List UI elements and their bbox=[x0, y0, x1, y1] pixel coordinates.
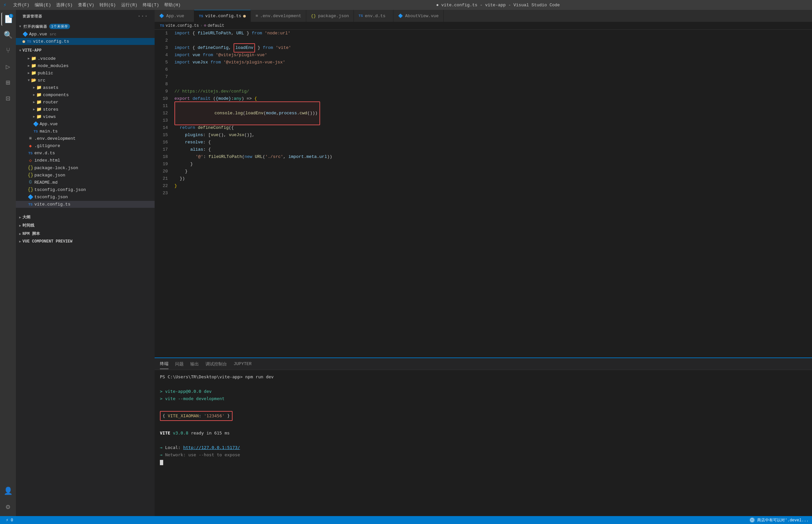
tree-item-views[interactable]: ▶ 📁 views bbox=[16, 113, 154, 120]
code-editor[interactable]: 12345 678910 1112131415 1617181920 21222… bbox=[154, 30, 812, 358]
code-line-8 bbox=[175, 81, 809, 88]
folder-chevron: ▶ bbox=[28, 71, 30, 75]
tab-viteconfig[interactable]: TS vite.config.ts bbox=[194, 10, 251, 22]
tree-item-router[interactable]: ▶ 📁 router bbox=[16, 98, 154, 106]
menu-help[interactable]: 帮助(H) bbox=[164, 2, 180, 8]
sidebar-actions[interactable]: ··· bbox=[137, 13, 148, 19]
tree-item-tsconfigjson[interactable]: 🔷 tsconfig.json bbox=[16, 193, 154, 201]
status-remote[interactable]: ⚡ 0 bbox=[3, 518, 16, 523]
activity-extensions[interactable]: ⊞ bbox=[1, 76, 15, 89]
terminal-prompt: PS C:\Users\TR\Desktop\vite-app> npm run… bbox=[160, 373, 807, 381]
activity-search[interactable]: 🔍 bbox=[1, 29, 15, 42]
tree-item-viteconfig[interactable]: TS vite.config.ts bbox=[16, 201, 154, 208]
ts-icon: TS bbox=[27, 40, 32, 44]
activity-account[interactable]: 👤 bbox=[1, 484, 15, 497]
tree-item-src[interactable]: ▼ 📂 src bbox=[16, 77, 154, 84]
menu-edit[interactable]: 编辑(E) bbox=[35, 2, 51, 8]
sidebar: 资源管理器 ··· ▼ 打开的编辑器 1个未保存 🔷 App.vue src T… bbox=[16, 10, 154, 516]
tree-item-vscode[interactable]: ▶ 📁 .vscode bbox=[16, 55, 154, 62]
tree-item-maints[interactable]: TS main.ts bbox=[16, 128, 154, 135]
code-line-2 bbox=[175, 37, 809, 44]
terminal-tab-problems[interactable]: 问题 bbox=[175, 359, 184, 369]
tab-viteconfig-ts-icon: TS bbox=[199, 14, 203, 18]
open-editors-label: 打开的编辑器 bbox=[23, 24, 47, 29]
tree-item-appvue[interactable]: 🔷 App.vue bbox=[16, 120, 154, 128]
terminal-local: → Local: http://127.0.0.1:5173/ bbox=[160, 444, 807, 451]
menu-view[interactable]: 查看(V) bbox=[78, 2, 94, 8]
activity-settings[interactable]: ⚙ bbox=[1, 500, 15, 513]
folder-chevron: ▶ bbox=[33, 108, 35, 111]
folder-icon: 📁 bbox=[31, 63, 36, 68]
tree-item-router-label: router bbox=[43, 100, 59, 105]
activity-source-control[interactable]: ⑂ bbox=[1, 44, 15, 58]
line-numbers: 12345 678910 1112131415 1617181920 21222… bbox=[154, 30, 171, 358]
terminal-tab-debug[interactable]: 调试控制台 bbox=[205, 359, 227, 369]
tree-item-tsconfig-config[interactable]: {} tsconfig.config.json bbox=[16, 186, 154, 193]
tab-appvue[interactable]: 🔷 App.vue bbox=[154, 10, 194, 22]
tab-pkg-icon: {} bbox=[311, 14, 316, 18]
tree-item-components[interactable]: ▶ 📁 components bbox=[16, 91, 154, 98]
tree-item-envdts[interactable]: TS env.d.ts bbox=[16, 150, 154, 157]
terminal-tab-terminal[interactable]: 终端 bbox=[160, 359, 168, 369]
sidebar-section-npm[interactable]: ▶ NPM 脚本 bbox=[16, 230, 154, 238]
terminal-vite-ready: VITE v3.0.8 ready in 615 ms bbox=[160, 429, 807, 437]
tab-aboutview[interactable]: 🔷 AboutView.vue bbox=[394, 10, 443, 22]
tree-item-packagejson[interactable]: {} package.json bbox=[16, 171, 154, 179]
tree-item-public[interactable]: ▶ 📁 public bbox=[16, 69, 154, 77]
folder-chevron: ▶ bbox=[33, 93, 35, 97]
tree-item-stores[interactable]: ▶ 📁 stores bbox=[16, 106, 154, 113]
sidebar-section-timeline[interactable]: ▶ 时间线 bbox=[16, 222, 154, 230]
sidebar-section-outline[interactable]: ▶ 大纲 bbox=[16, 213, 154, 222]
json-icon2: {} bbox=[28, 173, 33, 178]
tab-envdts[interactable]: TS env.d.ts bbox=[354, 10, 394, 22]
tree-item-assets[interactable]: ▶ 📁 assets bbox=[16, 84, 154, 91]
terminal-local-link[interactable]: http://127.0.0.1:5173/ bbox=[183, 445, 240, 450]
tree-item-views-label: views bbox=[43, 114, 56, 119]
tree-item-env-dev[interactable]: ≡ .env.development bbox=[16, 135, 154, 142]
activity-explorer[interactable]: 📄 1 bbox=[1, 13, 15, 26]
breadcrumb-circle-icon: ⊙ bbox=[204, 23, 206, 28]
timeline-chevron: ▶ bbox=[19, 224, 21, 228]
menu-run[interactable]: 运行(R) bbox=[121, 2, 137, 8]
tab-env-label: .env.development bbox=[260, 14, 301, 18]
window-title: ● vite.config.ts - vite-app - Visual Stu… bbox=[187, 3, 809, 7]
folder-chevron: ▶ bbox=[33, 115, 35, 119]
menu-terminal[interactable]: 终端(T) bbox=[143, 2, 159, 8]
menu-file[interactable]: 文件(F) bbox=[13, 2, 29, 8]
tab-packagejson[interactable]: {} package.json bbox=[306, 10, 354, 22]
vue-icon2: 🔷 bbox=[28, 194, 33, 200]
tree-root[interactable]: ▼ VITE-APP bbox=[16, 46, 154, 55]
titlebar: ⚡ 文件(F) 编辑(E) 选择(S) 查看(V) 转到(G) 运行(R) 终端… bbox=[0, 0, 812, 10]
outline-label: 大纲 bbox=[22, 214, 30, 220]
tree-item-stores-label: stores bbox=[43, 107, 59, 112]
code-line-3: import { defineConfig, loadEnv } from 'v… bbox=[175, 44, 809, 51]
main-layout: 📄 1 🔍 ⑂ ▷ ⊞ ⊡ 👤 ⚙ 资源管理器 · bbox=[0, 10, 812, 516]
terminal-tab-jupyter[interactable]: JUPYTER bbox=[234, 359, 252, 369]
tab-env-dev[interactable]: ≡ .env.development bbox=[251, 10, 306, 22]
activity-run[interactable]: ▷ bbox=[1, 60, 15, 73]
open-editors-header[interactable]: ▼ 打开的编辑器 1个未保存 bbox=[16, 22, 154, 30]
tree-item-readme[interactable]: © README.md bbox=[16, 179, 154, 186]
git-icon: ◆ bbox=[28, 143, 33, 149]
folder-chevron: ▼ bbox=[28, 79, 30, 82]
menu-goto[interactable]: 转到(G) bbox=[99, 2, 116, 8]
status-info[interactable]: ⓘ 商店中有可以对'.devel... bbox=[749, 518, 809, 523]
open-file-viteconfig[interactable]: TS vite.config.ts bbox=[16, 38, 154, 45]
menu-select[interactable]: 选择(S) bbox=[56, 2, 72, 8]
folder-icon: 📁 bbox=[36, 107, 42, 112]
tree-item-node-modules-label: node_modules bbox=[38, 63, 69, 68]
tree-item-node-modules[interactable]: ▶ 📁 node_modules bbox=[16, 62, 154, 69]
activity-remote[interactable]: ⊡ bbox=[1, 92, 15, 105]
source-control-icon: ⑂ bbox=[6, 47, 10, 55]
tree-item-packagelockjson[interactable]: {} package-lock.json bbox=[16, 164, 154, 171]
tree-item-gitignore[interactable]: ◆ .gitignore bbox=[16, 142, 154, 150]
activity-bar: 📄 1 🔍 ⑂ ▷ ⊞ ⊡ 👤 ⚙ bbox=[0, 10, 16, 516]
vue-file-icon: 🔷 bbox=[33, 121, 38, 127]
vue-preview-chevron: ▶ bbox=[19, 240, 21, 244]
terminal-cursor-line bbox=[160, 459, 807, 466]
open-file-appvue[interactable]: 🔷 App.vue src bbox=[16, 30, 154, 38]
sidebar-section-vue-preview[interactable]: ▶ VUE COMPONENT PREVIEW bbox=[16, 238, 154, 245]
terminal-tab-output[interactable]: 输出 bbox=[190, 359, 199, 369]
env-icon: ≡ bbox=[28, 136, 33, 141]
tree-item-indexhtml[interactable]: ◇ index.html bbox=[16, 157, 154, 164]
